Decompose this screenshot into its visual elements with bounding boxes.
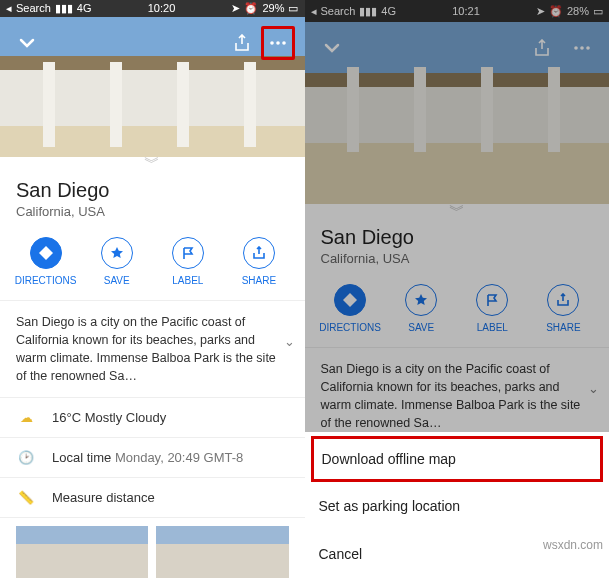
status-bar: ◂ Search ▮▮▮ 4G 10:21 ➤ ⏰ 28% ▭ [305, 0, 610, 22]
share-icon [547, 284, 579, 316]
star-icon [405, 284, 437, 316]
weather-text: 16°C Mostly Cloudy [52, 410, 166, 425]
alarm-icon: ⏰ [549, 5, 563, 18]
collapse-icon[interactable] [315, 31, 349, 65]
share-top-icon[interactable] [225, 26, 259, 60]
place-photo[interactable] [0, 17, 305, 157]
more-options-icon[interactable] [261, 26, 295, 60]
svg-point-4 [580, 46, 584, 50]
location-icon: ➤ [231, 2, 240, 15]
network-label: 4G [381, 5, 396, 17]
location-icon: ➤ [536, 5, 545, 18]
more-options-icon[interactable] [565, 31, 599, 65]
svg-point-5 [586, 46, 590, 50]
star-icon [101, 237, 133, 269]
place-name: San Diego [321, 226, 594, 249]
share-button[interactable]: SHARE [223, 237, 294, 286]
svg-point-1 [276, 41, 280, 45]
thumb-2[interactable] [156, 526, 288, 578]
description[interactable]: San Diego is a city on the Pacific coast… [0, 301, 305, 399]
save-label: SAVE [408, 322, 434, 333]
label-label: LABEL [172, 275, 203, 286]
download-offline-map[interactable]: Download offline map [311, 436, 604, 482]
flag-icon [476, 284, 508, 316]
chevron-down-icon: ⌄ [284, 333, 295, 351]
localtime-row[interactable]: 🕑 Local time Monday, 20:49 GMT-8 [0, 438, 305, 478]
thumb-1[interactable] [16, 526, 148, 578]
label-button[interactable]: LABEL [152, 237, 223, 286]
back-indicator[interactable]: ◂ [6, 2, 12, 15]
weather-row[interactable]: ☁ 16°C Mostly Cloudy [0, 398, 305, 438]
place-region: California, USA [16, 204, 289, 219]
screenshot-right: ◂ Search ▮▮▮ 4G 10:21 ➤ ⏰ 28% ▭ [305, 0, 610, 578]
place-name: San Diego [16, 179, 289, 202]
description[interactable]: San Diego is a city on the Pacific coast… [305, 348, 610, 446]
place-region: California, USA [321, 251, 594, 266]
set-parking-location[interactable]: Set as parking location [305, 482, 610, 530]
directions-label: DIRECTIONS [15, 275, 77, 286]
weather-icon: ☁ [16, 410, 36, 425]
measure-row[interactable]: 📏 Measure distance [0, 478, 305, 518]
action-row: DIRECTIONS SAVE LABEL SHARE [305, 278, 610, 348]
signal-bars-icon: ▮▮▮ [359, 5, 377, 18]
clock-icon: 🕑 [16, 450, 36, 465]
alarm-icon: ⏰ [244, 2, 258, 15]
directions-label: DIRECTIONS [319, 322, 381, 333]
back-label[interactable]: Search [321, 5, 356, 17]
battery-icon: ▭ [288, 2, 298, 15]
details-sheet: ︾ San Diego California, USA DIRECTIONS S… [0, 157, 305, 579]
place-photo[interactable] [305, 22, 610, 204]
svg-point-2 [282, 41, 286, 45]
save-button[interactable]: SAVE [386, 284, 457, 333]
svg-point-0 [270, 41, 274, 45]
chevron-down-icon: ⌄ [588, 380, 599, 398]
clock: 10:20 [148, 2, 176, 14]
clock: 10:21 [452, 5, 480, 17]
action-row: DIRECTIONS SAVE LABEL SHARE [0, 231, 305, 301]
drag-handle-icon[interactable]: ︾ [0, 157, 305, 171]
screenshot-left: ◂ Search ▮▮▮ 4G 10:20 ➤ ⏰ 29% ▭ [0, 0, 305, 578]
battery-pct: 29% [262, 2, 284, 14]
battery-icon: ▭ [593, 5, 603, 18]
photo-thumbs [0, 518, 305, 578]
ruler-icon: 📏 [16, 490, 36, 505]
share-top-icon[interactable] [525, 31, 559, 65]
measure-text: Measure distance [52, 490, 155, 505]
directions-icon [334, 284, 366, 316]
svg-point-3 [574, 46, 578, 50]
collapse-icon[interactable] [10, 26, 44, 60]
description-text: San Diego is a city on the Pacific coast… [321, 362, 581, 430]
directions-button[interactable]: DIRECTIONS [10, 237, 81, 286]
description-text: San Diego is a city on the Pacific coast… [16, 315, 276, 383]
share-label: SHARE [242, 275, 276, 286]
watermark: wsxdn.com [543, 538, 603, 552]
network-label: 4G [77, 2, 92, 14]
share-icon [243, 237, 275, 269]
share-button[interactable]: SHARE [528, 284, 599, 333]
save-label: SAVE [104, 275, 130, 286]
back-label[interactable]: Search [16, 2, 51, 14]
label-label: LABEL [477, 322, 508, 333]
flag-icon [172, 237, 204, 269]
label-button[interactable]: LABEL [457, 284, 528, 333]
directions-button[interactable]: DIRECTIONS [315, 284, 386, 333]
drag-handle-icon[interactable]: ︾ [305, 204, 610, 218]
status-bar: ◂ Search ▮▮▮ 4G 10:20 ➤ ⏰ 29% ▭ [0, 0, 305, 17]
save-button[interactable]: SAVE [81, 237, 152, 286]
directions-icon [30, 237, 62, 269]
signal-bars-icon: ▮▮▮ [55, 2, 73, 15]
share-label: SHARE [546, 322, 580, 333]
localtime-label: Local time [52, 450, 111, 465]
localtime-value: Monday, 20:49 GMT-8 [115, 450, 243, 465]
back-indicator[interactable]: ◂ [311, 5, 317, 18]
battery-pct: 28% [567, 5, 589, 17]
action-sheet: Download offline map Set as parking loca… [305, 432, 610, 578]
